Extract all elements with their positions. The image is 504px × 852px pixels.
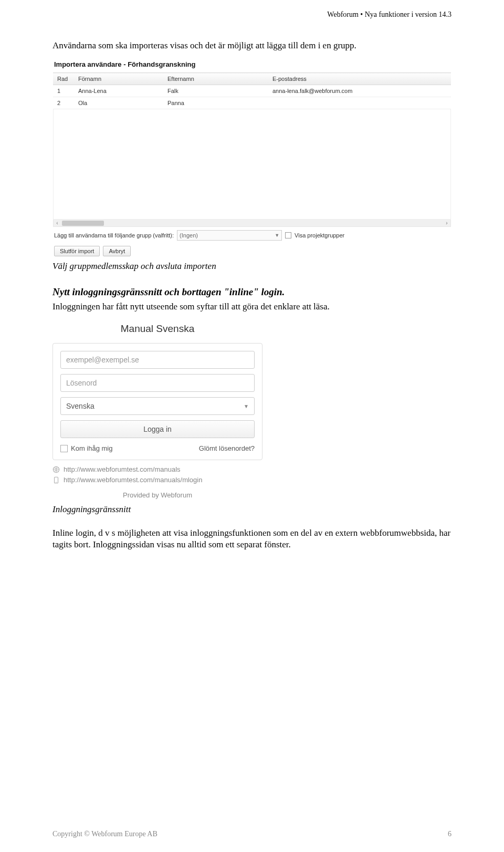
login-links: http://www.webforumtest.com/manuals http… [52,465,262,484]
email-placeholder: exempel@exempel.se [66,356,139,364]
group-label: Lägg till användarna till följande grupp… [54,232,174,238]
mobile-link-row: http://www.webforumtest.com/manuals/mlog… [52,476,262,484]
col-header-efternamn[interactable]: Efternamn [163,73,268,85]
provided-by-text: Provided by Webforum [52,491,262,499]
empty-table-area [53,109,451,220]
page-header: Webforum • Nya funktioner i version 14.3 [0,0,504,19]
password-field[interactable]: Lösenord [60,374,255,392]
forgot-password-link[interactable]: Glömt lösenordet? [199,444,255,452]
cell-fornamn: Anna-Lena [74,85,163,97]
group-selector-row: Lägg till användarna till följande grupp… [53,227,451,244]
intro-paragraph: Användarna som ska importeras visas och … [52,40,452,51]
caption-2: Inloggningsgränssnitt [52,504,452,515]
users-table: Rad Förnamn Efternamn E-postadress 1 Ann… [53,72,451,109]
language-value: Svenska [66,402,94,410]
finish-import-button[interactable]: Slutför import [54,246,100,256]
login-options-row: Kom ihåg mig Glömt lösenordet? [60,443,255,452]
language-select[interactable]: Svenska ▼ [60,397,255,415]
horizontal-scrollbar[interactable]: ‹ › [53,220,451,227]
mobile-icon [52,476,60,484]
globe-icon [52,466,60,473]
header-text: Webforum • Nya funktioner i version 14.3 [327,11,452,18]
password-placeholder: Lösenord [66,379,97,387]
scroll-left-icon[interactable]: ‹ [54,220,61,227]
paragraph-3: Inline login, d v s möjligheten att visa… [52,527,452,550]
col-header-rad[interactable]: Rad [53,73,74,85]
caption-1: Välj gruppmedlemsskap och avsluta import… [52,261,452,272]
screenshot-login: Manual Svenska exempel@exempel.se Löseno… [52,319,262,499]
web-link-row: http://www.webforumtest.com/manuals [52,465,262,473]
cell-epost [268,97,451,109]
combo-value: (Ingen) [180,232,198,238]
cancel-button[interactable]: Avbryt [103,246,131,256]
page-number: 6 [448,830,452,838]
screenshot-title: Importera användare - Förhandsgranskning [53,57,451,72]
checkbox-label: Visa projektgrupper [295,232,344,238]
col-header-fornamn[interactable]: Förnamn [74,73,163,85]
cell-efternamn: Falk [163,85,268,97]
cell-rad: 1 [53,85,74,97]
group-combobox[interactable]: (Ingen) ▼ [177,230,282,241]
svg-point-2 [56,482,56,482]
login-box: exempel@exempel.se Lösenord Svenska ▼ Lo… [52,343,262,460]
table-row[interactable]: 1 Anna-Lena Falk anna-lena.falk@webforum… [53,85,451,97]
chevron-down-icon: ▼ [244,403,249,409]
show-project-groups-checkbox[interactable] [285,232,291,238]
cell-fornamn: Ola [74,97,163,109]
section-heading: Nytt inloggningsgränssnitt och borttagen… [52,286,452,298]
email-field[interactable]: exempel@exempel.se [60,351,255,369]
content: Användarna som ska importeras visas och … [0,19,504,550]
chevron-down-icon: ▼ [275,233,279,238]
login-button[interactable]: Logga in [60,420,255,438]
col-header-epost[interactable]: E-postadress [268,73,451,85]
copyright-text: Copyright © Webforum Europe AB [52,830,158,838]
remember-me-checkbox[interactable] [60,445,68,452]
scroll-thumb[interactable] [62,221,104,226]
scroll-right-icon[interactable]: › [443,220,450,227]
cell-epost: anna-lena.falk@webforum.com [268,85,451,97]
cell-rad: 2 [53,97,74,109]
page-footer: Copyright © Webforum Europe AB 6 [0,830,504,838]
cell-efternamn: Panna [163,97,268,109]
mobile-link-text[interactable]: http://www.webforumtest.com/manuals/mlog… [64,476,202,484]
remember-me-label: Kom ihåg mig [71,444,112,452]
table-row[interactable]: 2 Ola Panna [53,97,451,109]
web-link-text[interactable]: http://www.webforumtest.com/manuals [64,465,181,473]
screenshot-import-users: Importera användare - Förhandsgranskning… [52,57,452,258]
paragraph-2: Inloggningen har fått nytt utseende som … [52,301,452,313]
login-title: Manual Svenska [52,319,262,343]
